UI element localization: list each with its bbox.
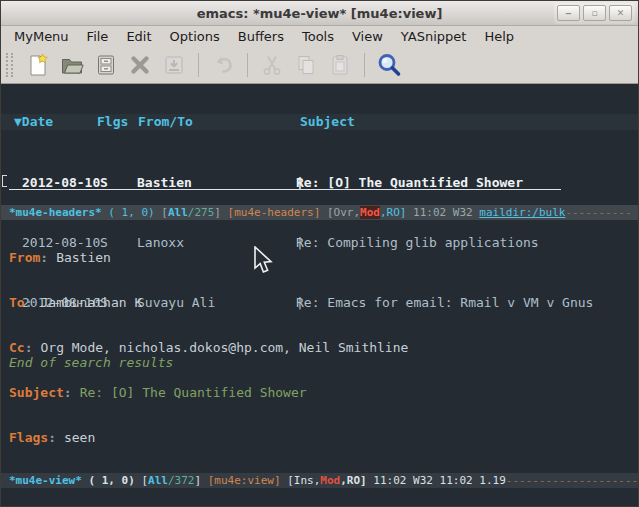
modeline-time: 11:02 W32 bbox=[413, 206, 473, 219]
window-controls: ‒ ▫ ✕ bbox=[554, 3, 635, 24]
mu4e-headers-window: ▼ Date Flgs From/To Subject 2012-08-10 S… bbox=[1, 84, 638, 205]
copy-disabled-icon bbox=[294, 53, 318, 77]
modeline-filter: All bbox=[168, 206, 188, 219]
menu-yasnippet[interactable]: YASnippet bbox=[392, 28, 476, 45]
menu-view[interactable]: View bbox=[343, 28, 392, 45]
new-file-icon bbox=[26, 53, 50, 77]
modeline-modified-flag: Mod bbox=[320, 474, 340, 487]
menu-mymenu[interactable]: MyMenu bbox=[5, 28, 78, 45]
modeline-major-mode: [mu4e-headers] bbox=[228, 206, 321, 219]
open-folder-icon bbox=[60, 53, 84, 77]
maximize-button[interactable]: ▫ bbox=[583, 5, 606, 21]
menu-help[interactable]: Help bbox=[475, 28, 523, 45]
toolbar-grip[interactable] bbox=[6, 53, 13, 77]
field-to: To:Jambunathan K bbox=[1, 295, 638, 310]
menu-edit[interactable]: Edit bbox=[117, 28, 160, 45]
search-icon bbox=[376, 52, 402, 78]
search-button[interactable] bbox=[374, 50, 404, 80]
menu-file[interactable]: File bbox=[78, 28, 118, 45]
header-row-current[interactable]: 2012-08-10 S Bastien |Re: [O] The Quanti… bbox=[1, 175, 638, 190]
menu-options[interactable]: Options bbox=[161, 28, 229, 45]
close-button[interactable]: ✕ bbox=[609, 5, 632, 21]
column-flags[interactable]: Flgs bbox=[97, 114, 128, 129]
modeline-modified-flag: Mod bbox=[360, 206, 380, 219]
row-from: Bastien bbox=[137, 175, 192, 190]
undo-disabled-icon bbox=[211, 53, 235, 77]
toolbar-separator bbox=[364, 53, 365, 77]
undo-button-disabled bbox=[208, 50, 238, 80]
menubar: MyMenu File Edit Options Buffers Tools V… bbox=[1, 26, 638, 47]
close-buffer-button[interactable] bbox=[125, 50, 155, 80]
emacs-window: emacs: *mu4e-view* [mu4e:view] ‒ ▫ ✕ MyM… bbox=[0, 0, 639, 507]
menu-buffers[interactable]: Buffers bbox=[229, 28, 293, 45]
modeline-filter: All bbox=[148, 474, 168, 487]
sort-desc-icon: ▼ bbox=[14, 114, 22, 129]
modeline-count: /372 bbox=[168, 474, 195, 487]
minimize-button[interactable]: ‒ bbox=[557, 5, 580, 21]
column-subject[interactable]: Subject bbox=[300, 114, 355, 129]
modeline-buffer-name: *mu4e-view* bbox=[9, 474, 82, 487]
paste-disabled-icon bbox=[328, 53, 352, 77]
file-cabinet-button[interactable] bbox=[91, 50, 121, 80]
toolbar-separator bbox=[198, 53, 199, 77]
close-buffer-icon bbox=[128, 53, 152, 77]
minibuffer[interactable] bbox=[1, 488, 638, 506]
mu4e-view-window: From:Bastien To:Jambunathan K Cc:Org Mod… bbox=[1, 220, 638, 473]
modeline-headers[interactable]: *mu4e-headers* ( 1, 0) [All/275] [mu4e-h… bbox=[1, 205, 638, 220]
field-from: From:Bastien bbox=[1, 250, 638, 265]
save-disabled-icon bbox=[162, 53, 186, 77]
save-button-disabled bbox=[159, 50, 189, 80]
field-subject: Subject:Re: [O] The Quantified Shower bbox=[1, 385, 638, 400]
field-flags: Flags:seen bbox=[1, 430, 638, 445]
row-date: 2012-08-10 bbox=[22, 175, 100, 190]
window-title: emacs: *mu4e-view* [mu4e:view] bbox=[197, 6, 443, 21]
toolbar-separator bbox=[247, 53, 248, 77]
modeline-time: 11:02 W32 11:02 1.19 bbox=[373, 474, 505, 487]
column-from[interactable]: From/To bbox=[138, 114, 193, 129]
open-file-button[interactable] bbox=[57, 50, 87, 80]
modeline-buffer-name: *mu4e-headers* bbox=[9, 206, 102, 219]
cut-disabled-icon bbox=[260, 53, 284, 77]
modeline-count: /275 bbox=[188, 206, 215, 219]
modeline-position: ( 1, 0) bbox=[108, 206, 154, 219]
titlebar[interactable]: emacs: *mu4e-view* [mu4e:view] ‒ ▫ ✕ bbox=[1, 1, 638, 26]
modeline-major-mode: [mu4e:view] bbox=[208, 474, 281, 487]
modeline-view[interactable]: *mu4e-view* ( 1, 0) [All/372] [mu4e:view… bbox=[1, 473, 638, 488]
column-date[interactable]: ▼ Date bbox=[14, 114, 22, 129]
emacs-frame: ▼ Date Flgs From/To Subject 2012-08-10 S… bbox=[1, 84, 638, 506]
menu-tools[interactable]: Tools bbox=[293, 28, 343, 45]
modeline-dashes: ---------- bbox=[565, 206, 631, 219]
copy-button-disabled bbox=[291, 50, 321, 80]
maildir-link[interactable]: maildir:/bulk bbox=[479, 206, 565, 219]
file-cabinet-icon bbox=[94, 53, 118, 77]
modeline-dashes: -------------------- bbox=[506, 474, 638, 487]
current-row-underline bbox=[9, 189, 561, 190]
paste-button-disabled bbox=[325, 50, 355, 80]
cut-button-disabled bbox=[257, 50, 287, 80]
row-flags: S bbox=[100, 175, 108, 190]
current-line-fringe-marker bbox=[2, 175, 7, 187]
headers-column-header: ▼ Date Flgs From/To Subject bbox=[1, 114, 638, 130]
field-cc: Cc:Org Mode, nicholas.dokos@hp.com, Neil… bbox=[1, 340, 638, 355]
new-file-button[interactable] bbox=[23, 50, 53, 80]
toolbar bbox=[1, 47, 638, 84]
modeline-position: ( 1, 0) bbox=[88, 474, 134, 487]
